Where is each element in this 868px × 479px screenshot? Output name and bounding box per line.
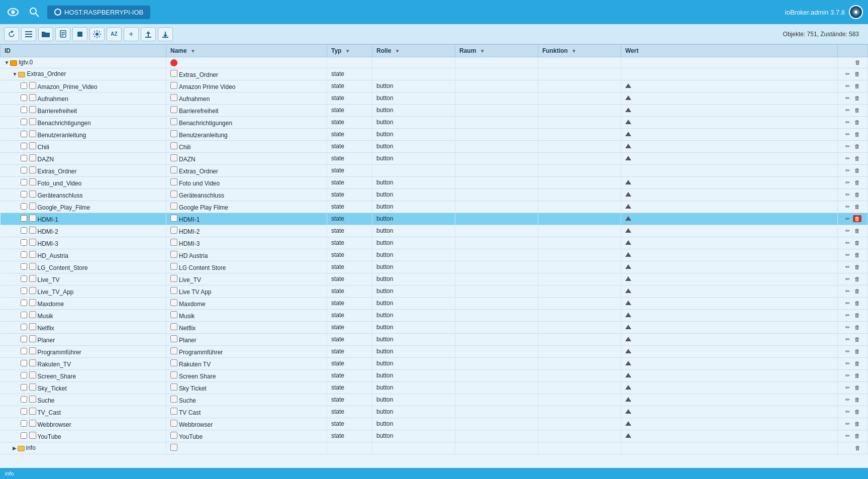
row-checkbox[interactable]	[21, 372, 27, 378]
table-row[interactable]: ▼lgtv.0 🗑	[1, 57, 868, 68]
add-button[interactable]: +	[124, 27, 139, 41]
row-checkbox[interactable]	[21, 360, 27, 366]
table-row[interactable]: HDMI-1HDMI-1statebutton ✏ 🗑	[1, 213, 868, 225]
edit-button[interactable]: ✏	[844, 155, 851, 162]
table-row[interactable]: ▶info 🗑	[1, 442, 868, 454]
table-row[interactable]: HDMI-2HDMI-2statebutton ✏ 🗑	[1, 225, 868, 237]
delete-button[interactable]: 🗑	[853, 191, 861, 198]
table-row[interactable]: BarrierefreiheitBarrierefreiheitstatebut…	[1, 104, 868, 116]
edit-button[interactable]: ✏	[844, 227, 851, 235]
delete-button[interactable]: 🗑	[854, 444, 861, 451]
table-row[interactable]: AufnahmenAufnahmenstatebutton ✏ 🗑	[1, 92, 868, 104]
row-checkbox[interactable]	[21, 420, 27, 427]
row-checkbox[interactable]	[21, 215, 27, 222]
table-row[interactable]: Extras_OrdnerExtras_Ordnerstate ✏ 🗑	[1, 164, 868, 176]
delete-button[interactable]: 🗑	[853, 324, 861, 331]
delete-button[interactable]: 🗑	[853, 82, 861, 89]
edit-button[interactable]: ✏	[844, 131, 851, 138]
row-checkbox[interactable]	[21, 312, 27, 318]
table-row[interactable]: DAZNDAZNstatebutton ✏ 🗑	[1, 152, 868, 164]
edit-button[interactable]: ✏	[844, 348, 851, 355]
delete-button[interactable]: 🗑	[853, 119, 861, 126]
delete-button[interactable]: 🗑	[853, 300, 861, 307]
delete-button[interactable]: 🗑	[853, 396, 861, 403]
delete-button[interactable]: 🗑	[853, 288, 861, 295]
edit-button[interactable]: ✏	[844, 239, 851, 247]
row-checkbox[interactable]	[21, 227, 27, 234]
file-button[interactable]	[55, 27, 70, 41]
delete-button[interactable]: 🗑	[853, 275, 861, 282]
edit-button[interactable]: ✏	[844, 360, 851, 367]
row-checkbox[interactable]	[21, 203, 27, 210]
delete-button[interactable]: 🗑	[853, 312, 861, 319]
edit-button[interactable]: ✏	[844, 384, 851, 392]
edit-button[interactable]: ✏	[844, 107, 851, 114]
expand-arrow[interactable]: ▶	[13, 445, 17, 451]
table-row[interactable]: Google_Play_FilmeGoogle Play Filmestateb…	[1, 201, 868, 213]
row-checkbox[interactable]	[21, 251, 27, 258]
delete-button[interactable]: 🗑	[853, 131, 861, 138]
edit-button[interactable]: ✏	[844, 408, 851, 416]
row-checkbox[interactable]	[21, 300, 27, 306]
table-row[interactable]: WebbrowserWebbrowserstatebutton ✏ 🗑	[1, 418, 868, 430]
delete-button[interactable]: 🗑	[853, 155, 861, 162]
row-checkbox[interactable]	[21, 432, 27, 439]
edit-button[interactable]: ✏	[844, 215, 851, 223]
delete-button[interactable]: 🗑	[853, 251, 861, 258]
edit-button[interactable]: ✏	[844, 432, 851, 440]
table-row[interactable]: HDMI-3HDMI-3statebutton ✏ 🗑	[1, 237, 868, 249]
row-checkbox[interactable]	[21, 143, 27, 149]
download-button[interactable]	[158, 27, 173, 41]
delete-button[interactable]: 🗑	[853, 143, 861, 150]
row-checkbox[interactable]	[21, 324, 27, 330]
edit-button[interactable]: ✏	[844, 275, 851, 283]
row-checkbox[interactable]	[21, 131, 27, 137]
row-checkbox[interactable]	[21, 155, 27, 161]
table-row[interactable]: Screen_ShareScreen Sharestatebutton ✏ 🗑	[1, 369, 868, 381]
edit-button[interactable]: ✏	[844, 179, 851, 186]
row-checkbox[interactable]	[21, 263, 27, 270]
edit-button[interactable]: ✏	[844, 372, 851, 379]
delete-button[interactable]: 🗑	[853, 432, 861, 439]
table-row[interactable]: Live_TV_AppLive TV Appstatebutton ✏ 🗑	[1, 285, 868, 297]
row-checkbox[interactable]	[21, 384, 27, 391]
stop-button[interactable]	[72, 27, 87, 41]
delete-button[interactable]: 🗑	[853, 348, 861, 355]
table-row[interactable]: Amazon_Prime_VideoAmazon Prime Videostat…	[1, 80, 868, 92]
edit-button[interactable]: ✏	[844, 82, 851, 90]
settings-button[interactable]	[89, 27, 105, 41]
table-row[interactable]: BenutzeranleitungBenutzeranleitungstateb…	[1, 128, 868, 140]
delete-button[interactable]: 🗑	[853, 179, 861, 186]
table-row[interactable]: ProgrammführerProgrammführerstatebutton …	[1, 345, 868, 357]
host-button[interactable]: HOST.RASPBERRYPI-IOB	[47, 6, 150, 19]
table-row[interactable]: HD_AustriaHD Austriastatebutton ✏ 🗑	[1, 249, 868, 261]
table-row[interactable]: ChiliChilistatebutton ✏ 🗑	[1, 140, 868, 152]
folder-button[interactable]	[38, 27, 53, 41]
table-row[interactable]: TV_CastTV Caststatebutton ✏ 🗑	[1, 406, 868, 418]
edit-button[interactable]: ✏	[844, 167, 851, 174]
delete-button[interactable]: 🗑	[853, 408, 861, 415]
table-row[interactable]: PlanerPlanerstatebutton ✏ 🗑	[1, 333, 868, 345]
table-row[interactable]: ▼Extras_OrdnerExtras_Ordnerstate ✏ 🗑	[1, 68, 868, 80]
expand-arrow[interactable]: ▼	[5, 60, 10, 65]
delete-button[interactable]: 🗑	[853, 336, 861, 343]
expand-arrow[interactable]: ▼	[13, 71, 18, 77]
row-checkbox[interactable]	[21, 167, 27, 173]
row-checkbox[interactable]	[21, 288, 27, 294]
edit-button[interactable]: ✏	[844, 191, 851, 199]
delete-button[interactable]: 🗑	[853, 227, 861, 234]
edit-button[interactable]: ✏	[844, 396, 851, 404]
delete-button[interactable]: 🗑	[853, 203, 861, 210]
row-checkbox[interactable]	[21, 348, 27, 354]
delete-button[interactable]: 🗑	[853, 420, 861, 427]
edit-button[interactable]: ✏	[844, 336, 851, 343]
delete-button[interactable]: 🗑	[853, 360, 861, 367]
table-row[interactable]: GeräteanschlussGeräteanschlussstatebutto…	[1, 188, 868, 201]
eye-icon[interactable]	[5, 4, 21, 20]
table-row[interactable]: MaxdomeMaxdomestatebutton ✏ 🗑	[1, 297, 868, 309]
table-row[interactable]: BenachrichtigungenBenachrichtigungenstat…	[1, 116, 868, 128]
row-checkbox[interactable]	[21, 396, 27, 403]
row-checkbox[interactable]	[21, 336, 27, 342]
edit-button[interactable]: ✏	[844, 300, 851, 307]
delete-button[interactable]: 🗑	[853, 215, 861, 222]
